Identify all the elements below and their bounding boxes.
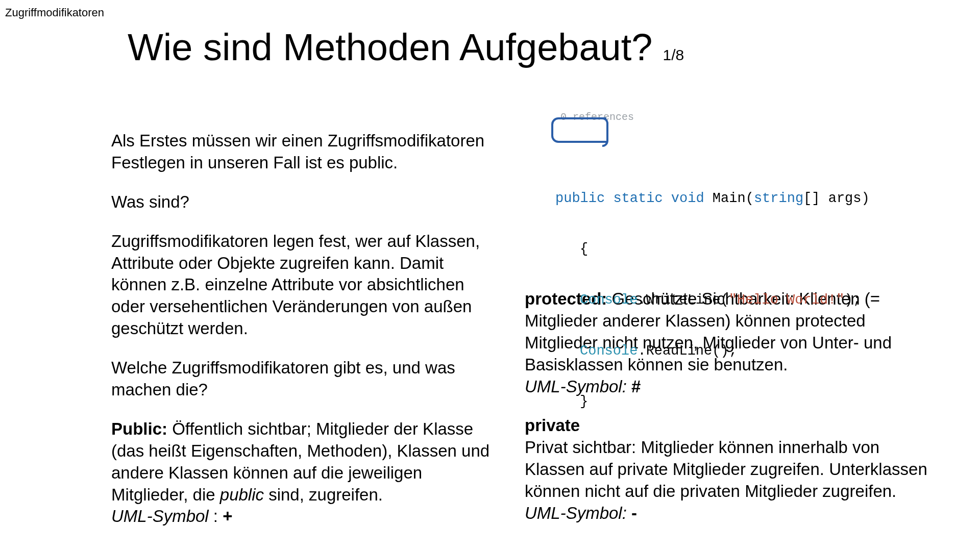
public-uml-label: UML-Symbol — [111, 507, 209, 525]
public-italic: public — [220, 485, 264, 504]
kw-public: public — [555, 191, 605, 206]
paren-close-1: ); — [845, 292, 861, 308]
intro-paragraph: Als Erstes müssen wir einen Zugriffsmodi… — [111, 130, 499, 174]
arr-brackets: [] — [803, 191, 828, 206]
public-label: Public: — [111, 419, 167, 438]
readline: ReadLine — [646, 343, 713, 359]
empty-call: (); — [712, 343, 737, 359]
public-body-2: sind, zugreifen. — [264, 485, 383, 504]
string-hello: "Hello World!" — [729, 292, 845, 308]
code-line-readline: Console.ReadLine(); — [555, 343, 870, 360]
page-indicator: 1/8 — [663, 46, 684, 64]
question-1: Was sind? — [111, 191, 499, 213]
brace-open: { — [580, 241, 588, 257]
arg-name: args — [828, 191, 862, 206]
fn-main: Main — [713, 191, 746, 206]
dot-2: . — [638, 343, 646, 359]
code-references-label: 0 references — [560, 111, 634, 124]
code-line-brace-open: { — [555, 241, 870, 258]
left-column: Als Erstes müssen wir einen Zugriffsmodi… — [111, 130, 499, 528]
console-1: Console — [580, 292, 638, 308]
code-line-writeline: Console.WriteLine("Hello World!"); — [555, 292, 870, 309]
public-section: Public: Öffentlich sichtbar; Mitglieder … — [111, 418, 499, 528]
kw-void: void — [671, 191, 704, 206]
slide: Zugriffmodifikatoren Wie sind Methoden A… — [0, 0, 980, 551]
writeline: WriteLine — [646, 292, 721, 308]
kw-static: static — [613, 191, 663, 206]
console-2: Console — [580, 343, 638, 359]
topic-label: Zugriffmodifikatoren — [5, 6, 104, 19]
slide-title: Wie sind Methoden Aufgebaut? — [128, 26, 652, 69]
private-uml-symbol: - — [627, 504, 637, 522]
definition-paragraph: Zugriffsmodifikatoren legen fest, wer au… — [111, 231, 499, 340]
sig-close: ) — [862, 191, 870, 206]
question-2: Welche Zugriffsmodifikatoren gibt es, un… — [111, 357, 499, 401]
sig-open: ( — [746, 191, 754, 206]
private-body: Privat sichtbar: Mitglieder können inner… — [525, 438, 927, 500]
code-line-signature: public static void Main(string[] args) — [555, 190, 870, 207]
private-uml-label: UML-Symbol: — [525, 504, 627, 522]
public-uml-sep: : — [209, 507, 223, 525]
type-string: string — [754, 191, 803, 206]
code-line-brace-close: } — [555, 393, 870, 410]
title-row: Wie sind Methoden Aufgebaut? 1/8 — [128, 26, 684, 69]
dot-1: . — [638, 292, 646, 308]
public-uml-symbol: + — [223, 507, 232, 525]
paren-open-1: ( — [720, 292, 728, 308]
brace-close: } — [580, 394, 588, 409]
code-snippet: 0 references public static void Main(str… — [555, 122, 870, 444]
